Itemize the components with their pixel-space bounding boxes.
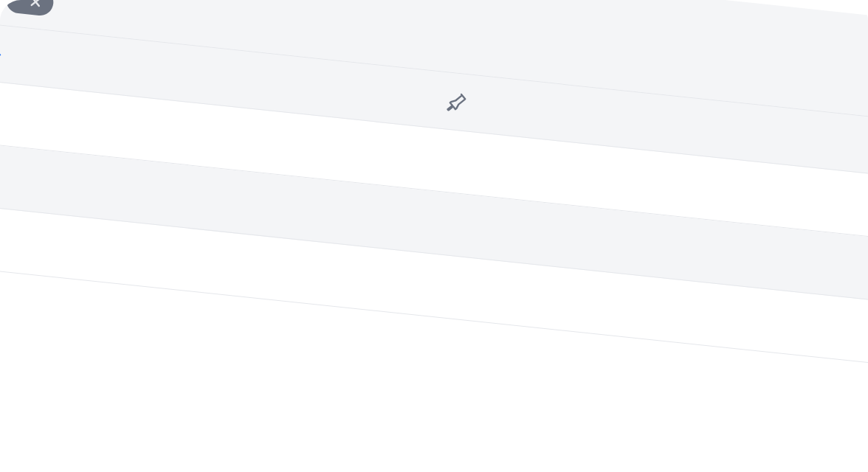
segment-value <box>851 266 868 283</box>
pin-icon[interactable] <box>446 90 469 113</box>
site-via <box>480 227 838 265</box>
site-link[interactable] <box>480 227 838 265</box>
chip-office-site[interactable] <box>5 0 55 17</box>
status-sort-icon[interactable] <box>0 42 4 63</box>
column-header-site[interactable] <box>492 105 850 143</box>
site-link[interactable] <box>486 164 844 202</box>
segment-value <box>858 204 868 221</box>
site-via <box>473 290 831 327</box>
column-header-segment[interactable] <box>864 145 868 162</box>
site-via <box>486 164 844 202</box>
close-icon[interactable] <box>27 0 44 10</box>
site-link[interactable] <box>473 290 831 327</box>
segment-value <box>844 328 868 345</box>
